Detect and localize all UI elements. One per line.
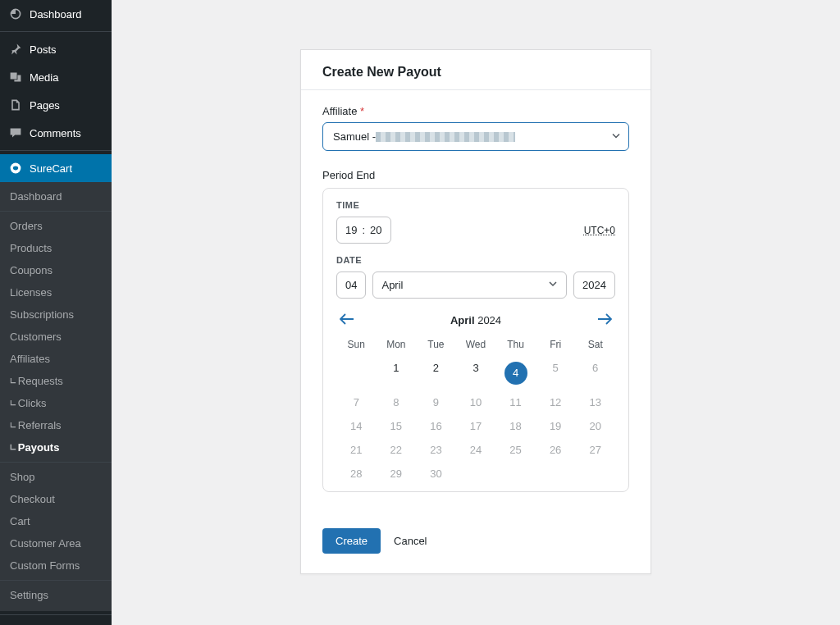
affiliate-value-prefix: Samuel - xyxy=(333,130,376,143)
create-payout-card: Create New Payout Affiliate * Samuel - xyxy=(300,49,651,574)
sub-customers[interactable]: Customers xyxy=(0,326,112,348)
surecart-submenu: Dashboard Orders Products Coupons Licens… xyxy=(0,182,112,611)
cal-prev-button[interactable] xyxy=(336,310,358,331)
redacted-text xyxy=(376,132,515,142)
cal-day[interactable]: 23 xyxy=(416,444,456,456)
cal-day[interactable]: 21 xyxy=(336,444,377,456)
chevron-down-icon xyxy=(548,279,558,291)
cal-head: Fri xyxy=(536,339,576,350)
cal-day[interactable]: 2 xyxy=(416,362,456,385)
cal-day[interactable]: 30 xyxy=(416,468,456,480)
date-year-input[interactable]: 2024 xyxy=(573,271,615,299)
sidebar-label: Dashboard xyxy=(30,8,82,21)
cal-day xyxy=(495,468,536,480)
cal-day[interactable]: 6 xyxy=(575,362,615,385)
date-month-select[interactable]: April xyxy=(372,271,567,299)
cal-day[interactable]: 12 xyxy=(536,396,576,408)
cal-day[interactable]: 10 xyxy=(456,396,496,408)
cal-day[interactable]: 18 xyxy=(495,420,536,432)
cal-day[interactable]: 9 xyxy=(416,396,456,408)
cal-day[interactable]: 1 xyxy=(377,362,417,385)
admin-sidebar: Dashboard Posts Media Pages Comments Sur… xyxy=(0,0,112,625)
sub-shop[interactable]: Shop xyxy=(0,466,112,488)
cal-day[interactable]: 29 xyxy=(377,468,417,480)
sub-checkout[interactable]: Checkout xyxy=(0,488,112,510)
sub-affiliates[interactable]: Affiliates xyxy=(0,348,112,370)
time-input[interactable]: 19 : 20 xyxy=(336,217,391,244)
timezone-link[interactable]: UTC+0 xyxy=(584,225,615,236)
sub-clicks[interactable]: ∟Clicks xyxy=(0,392,112,414)
sub-orders[interactable]: Orders xyxy=(0,215,112,237)
period-end-label: Period End xyxy=(322,169,629,181)
affiliate-label: Affiliate * xyxy=(322,105,629,117)
cal-day[interactable]: 27 xyxy=(575,444,615,456)
sub-products[interactable]: Products xyxy=(0,237,112,259)
chevron-down-icon xyxy=(611,130,621,143)
sidebar-item-media[interactable]: Media xyxy=(0,63,112,91)
time-min: 20 xyxy=(370,224,381,236)
sidebar-item-dashboard[interactable]: Dashboard xyxy=(0,0,112,28)
sidebar-item-surecart[interactable]: SureCart xyxy=(0,154,112,182)
sidebar-label: Pages xyxy=(30,99,60,112)
cal-day[interactable]: 8 xyxy=(377,396,417,408)
sub-licenses[interactable]: Licenses xyxy=(0,281,112,303)
cancel-button[interactable]: Cancel xyxy=(394,535,427,547)
cal-day[interactable]: 28 xyxy=(336,468,377,480)
sidebar-item-posts[interactable]: Posts xyxy=(0,35,112,63)
calendar-grid: Sun Mon Tue Wed Thu Fri Sat 1 2 3 4 5 6 xyxy=(336,339,615,480)
pages-icon xyxy=(8,98,23,112)
sidebar-label: Comments xyxy=(30,127,81,139)
sub-custom-forms[interactable]: Custom Forms xyxy=(0,554,112,577)
cal-day[interactable]: 11 xyxy=(495,396,536,408)
sub-subscriptions[interactable]: Subscriptions xyxy=(0,303,112,326)
pin-icon xyxy=(8,42,23,57)
cal-head: Sat xyxy=(575,339,615,350)
sidebar-label: Media xyxy=(30,71,58,84)
cal-day[interactable]: 20 xyxy=(575,420,615,432)
sub-coupons[interactable]: Coupons xyxy=(0,259,112,281)
sub-referrals[interactable]: ∟Referrals xyxy=(0,414,112,436)
sidebar-item-pages[interactable]: Pages xyxy=(0,91,112,119)
cal-day[interactable]: 14 xyxy=(336,420,377,432)
surecart-icon xyxy=(8,161,23,176)
page-title: Create New Payout xyxy=(322,65,629,80)
sub-settings[interactable]: Settings xyxy=(0,584,112,606)
time-label: TIME xyxy=(336,200,615,210)
sub-requests[interactable]: ∟Requests xyxy=(0,370,112,392)
cal-day xyxy=(336,362,377,385)
sidebar-label: SureCart xyxy=(30,162,72,175)
cal-day[interactable]: 5 xyxy=(536,362,576,385)
cal-day[interactable]: 24 xyxy=(456,444,496,456)
sub-cart[interactable]: Cart xyxy=(0,510,112,532)
date-label: DATE xyxy=(336,255,615,265)
cal-day[interactable]: 7 xyxy=(336,396,377,408)
affiliate-select[interactable]: Samuel - xyxy=(322,122,629,151)
sub-payouts[interactable]: ∟Payouts xyxy=(0,436,112,458)
media-icon xyxy=(8,70,23,84)
sub-customer-area[interactable]: Customer Area xyxy=(0,532,112,554)
cal-day[interactable]: 26 xyxy=(536,444,576,456)
cal-day xyxy=(536,468,576,480)
cal-day[interactable]: 3 xyxy=(456,362,496,385)
cal-day[interactable]: 19 xyxy=(536,420,576,432)
sidebar-item-appearance[interactable]: Appearance xyxy=(0,618,112,625)
cal-day[interactable]: 15 xyxy=(377,420,417,432)
cal-next-button[interactable] xyxy=(594,310,615,331)
time-sep: : xyxy=(362,224,365,236)
cal-day xyxy=(575,468,615,480)
cal-day-selected[interactable]: 4 xyxy=(495,362,536,385)
cal-day[interactable]: 17 xyxy=(456,420,496,432)
cal-day[interactable]: 13 xyxy=(575,396,615,408)
cal-day[interactable]: 16 xyxy=(416,420,456,432)
sub-dashboard[interactable]: Dashboard xyxy=(0,185,112,208)
cal-day[interactable]: 25 xyxy=(495,444,536,456)
date-day-input[interactable]: 04 xyxy=(336,271,366,299)
cal-head: Sun xyxy=(336,339,377,350)
dashboard-icon xyxy=(8,7,23,21)
create-button[interactable]: Create xyxy=(322,528,381,554)
cal-head: Wed xyxy=(456,339,496,350)
sidebar-item-comments[interactable]: Comments xyxy=(0,119,112,147)
cal-day[interactable]: 22 xyxy=(377,444,417,456)
cal-title: April 2024 xyxy=(450,314,501,326)
cal-day xyxy=(456,468,496,480)
